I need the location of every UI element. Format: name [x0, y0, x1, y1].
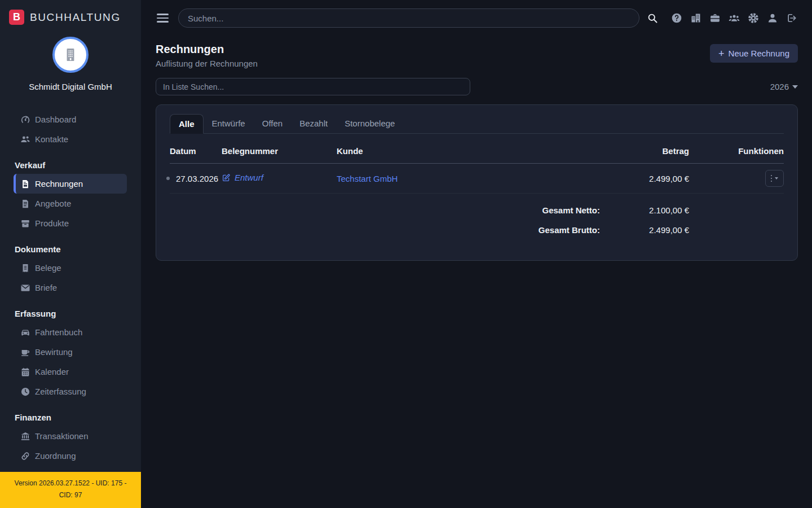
col-header-funktionen: Funktionen [689, 146, 784, 156]
box-icon [20, 218, 30, 229]
chevron-down-icon [775, 177, 778, 179]
total-brutto-row: Gesamt Brutto: 2.499,00 € [170, 220, 784, 240]
totals-section: Gesamt Netto: 2.100,00 € Gesamt Brutto: … [170, 200, 784, 240]
coffee-icon [20, 347, 30, 357]
gauge-icon [20, 115, 30, 125]
sidebar-section-erfassung: Erfassung [0, 305, 141, 322]
sign-out-icon[interactable] [786, 12, 797, 24]
page-title: Rechnungen [156, 43, 258, 56]
sidebar-item-label: Transaktionen [35, 431, 89, 441]
sidebar-item-zeiterfassung[interactable]: Zeiterfassung [14, 382, 127, 401]
col-header-kunde: Kunde [337, 146, 600, 156]
sidebar-item-label: Briefe [35, 283, 57, 292]
draft-status-link[interactable]: Entwurf [222, 173, 263, 182]
file-lines-icon [20, 199, 30, 209]
sidebar-item-dashboard[interactable]: Dashboard [14, 110, 127, 129]
app-logo[interactable]: B BUCHHALTUNG [0, 0, 141, 25]
sidebar-item-produkte[interactable]: Produkte [14, 213, 127, 233]
tab-bezahlt[interactable]: Bezahlt [291, 114, 336, 134]
bank-icon [20, 431, 30, 441]
topbar-icon-group [671, 12, 797, 24]
total-brutto-value: 2.499,00 € [600, 225, 689, 235]
tab-alle[interactable]: Alle [170, 114, 204, 134]
gear-icon[interactable] [748, 12, 759, 24]
sidebar-item-label: Fahrtenbuch [35, 327, 82, 337]
calendar-icon [20, 367, 30, 377]
sidebar-section-dokumente: Dokumente [0, 240, 141, 258]
sidebar-item-angebote[interactable]: Angebote [14, 194, 127, 213]
topbar [141, 0, 812, 36]
sidebar-item-transaktionen[interactable]: Transaktionen [14, 426, 127, 446]
sidebar-item-label: Angebote [35, 199, 71, 208]
col-header-betrag: Betrag [600, 146, 689, 156]
cell-datum: 27.03.2026 [170, 174, 222, 183]
table-header-row: Datum Belegnummer Kunde Betrag Funktione… [170, 142, 784, 164]
col-header-datum: Datum [170, 146, 222, 156]
year-filter-dropdown[interactable]: 2026 [770, 82, 798, 91]
sidebar-item-label: Bewirtung [35, 347, 73, 357]
list-search-input[interactable] [156, 78, 470, 95]
row-actions-button[interactable] [765, 170, 784, 187]
invoice-tabs: Alle Entwürfe Offen Bezahlt Stornobelege [170, 114, 784, 134]
users-icon [20, 134, 30, 144]
total-brutto-label: Gesamt Brutto: [539, 225, 600, 235]
tab-offen[interactable]: Offen [254, 114, 291, 134]
sidebar-item-label: Zeiterfassung [35, 387, 86, 396]
receipt-icon [20, 263, 30, 273]
content: Rechnungen Auflistung der Rechnungen + N… [141, 36, 812, 261]
table-row[interactable]: 27.03.2026 Entwurf Techstart GmbH 2.499,… [170, 164, 784, 194]
new-invoice-button[interactable]: + Neue Rechnung [710, 44, 798, 63]
sidebar-section-finanzen: Finanzen [0, 409, 141, 426]
sidebar-item-bewirtung[interactable]: Bewirtung [14, 342, 127, 362]
sidebar-item-label: Belege [35, 263, 61, 273]
sidebar-item-label: Dashboard [35, 115, 76, 124]
customer-link[interactable]: Techstart GmbH [337, 174, 398, 183]
invoice-table: Datum Belegnummer Kunde Betrag Funktione… [170, 142, 784, 194]
sidebar-item-rechnungen[interactable]: Rechnungen [14, 174, 127, 194]
total-netto-row: Gesamt Netto: 2.100,00 € [170, 200, 784, 220]
sidebar-item-label: Kontakte [35, 134, 68, 144]
tab-entwuerfe[interactable]: Entwürfe [204, 114, 254, 134]
user-icon[interactable] [767, 12, 778, 24]
total-netto-value: 2.100,00 € [600, 205, 689, 215]
global-search-input[interactable] [178, 8, 639, 28]
users-icon[interactable] [729, 12, 740, 24]
cell-kunde: Techstart GmbH [337, 174, 600, 183]
sidebar: B BUCHHALTUNG Schmidt Digital GmbH Dashb… [0, 0, 141, 508]
sidebar-item-label: Rechnungen [35, 179, 83, 189]
building-icon [63, 47, 78, 63]
car-icon [20, 327, 30, 338]
link-icon [20, 451, 30, 461]
edit-icon [222, 173, 231, 182]
briefcase-icon[interactable] [709, 12, 721, 24]
sidebar-item-belege[interactable]: Belege [14, 258, 127, 278]
city-icon[interactable] [690, 12, 701, 24]
hamburger-menu-icon[interactable] [157, 14, 169, 23]
clock-icon [20, 387, 30, 397]
brand-title: BUCHHALTUNG [30, 11, 121, 24]
help-circle-icon[interactable] [671, 12, 682, 24]
col-header-belegnummer: Belegnummer [222, 146, 337, 156]
sidebar-item-kalender[interactable]: Kalender [14, 362, 127, 382]
sidebar-item-label: Produkte [35, 218, 69, 228]
page-subtitle: Auflistung der Rechnungen [156, 59, 258, 68]
logo-mark-icon: B [9, 10, 24, 25]
sidebar-item-zuordnung[interactable]: Zuordnung [14, 446, 127, 466]
ellipsis-vertical-icon [771, 175, 773, 182]
file-invoice-icon [20, 179, 30, 189]
sidebar-item-briefe[interactable]: Briefe [14, 278, 127, 297]
search-icon[interactable] [647, 12, 658, 24]
sidebar-item-fahrtenbuch[interactable]: Fahrtenbuch [14, 322, 127, 342]
cell-betrag: 2.499,00 € [600, 174, 689, 183]
company-name: Schmidt Digital GmbH [0, 82, 141, 91]
company-avatar[interactable] [52, 37, 89, 73]
sidebar-item-label: Zuordnung [35, 451, 76, 461]
version-bar: Version 2026.03.27.1522 - UID: 175 - CID… [0, 472, 141, 508]
invoice-card: Alle Entwürfe Offen Bezahlt Stornobelege… [156, 104, 798, 261]
sidebar-item-kontakte[interactable]: Kontakte [14, 129, 127, 149]
envelope-icon [20, 283, 30, 293]
total-netto-label: Gesamt Netto: [542, 205, 600, 215]
cell-belegnummer: Entwurf [222, 173, 337, 184]
tab-stornobelege[interactable]: Stornobelege [336, 114, 403, 134]
sidebar-nav: Dashboard Kontakte Verkauf Rechnungen An… [0, 110, 141, 466]
